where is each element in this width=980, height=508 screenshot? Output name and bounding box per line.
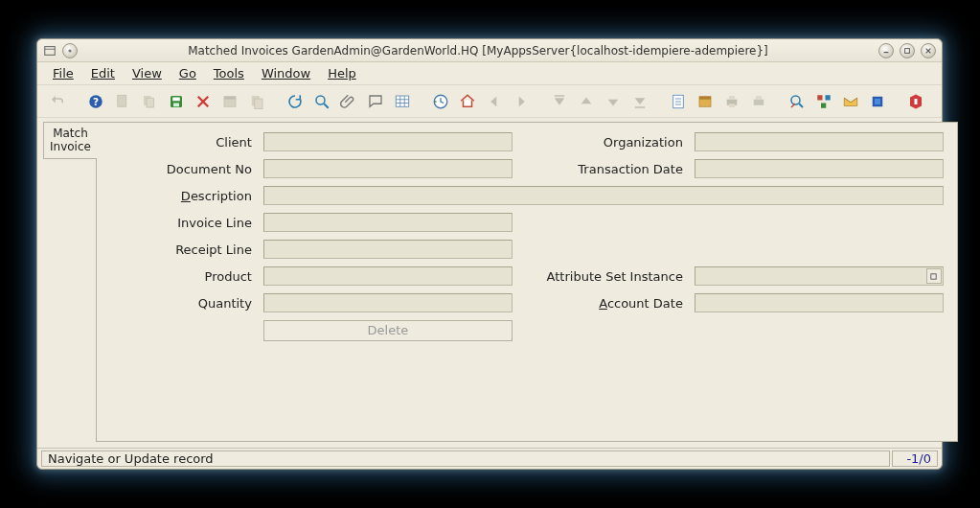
tab-match-invoice[interactable]: Match Invoice: [43, 122, 97, 159]
printer2-icon[interactable]: [748, 91, 769, 112]
receiptline-label: Receipt Line: [110, 242, 254, 257]
nav-back-icon[interactable]: [484, 91, 505, 112]
svg-rect-20: [255, 99, 262, 109]
save-icon[interactable]: [166, 91, 187, 112]
svg-rect-40: [754, 99, 764, 104]
svg-rect-41: [756, 96, 762, 100]
print-icon[interactable]: [721, 91, 742, 112]
svg-rect-4: [905, 48, 910, 53]
grid-toggle-icon[interactable]: [392, 91, 413, 112]
menu-view-label: View: [132, 66, 162, 81]
menu-help-label: Help: [328, 66, 356, 81]
maximize-button[interactable]: [900, 43, 915, 58]
menubar: File Edit View Go Tools Window Help: [37, 62, 942, 85]
accountdate-field[interactable]: [695, 293, 944, 312]
receiptline-field[interactable]: [263, 240, 513, 259]
invoiceline-field[interactable]: [263, 213, 513, 232]
report-icon[interactable]: [668, 91, 689, 112]
svg-point-2: [68, 49, 71, 52]
home-icon[interactable]: [457, 91, 478, 112]
workflow-icon[interactable]: [813, 91, 834, 112]
app-window: Matched Invoices GardenAdmin@GardenWorld…: [36, 38, 943, 470]
form-panel: Client Organization Document No Transact…: [96, 122, 958, 442]
record-counter: -1/0: [892, 450, 938, 467]
undo-icon[interactable]: [47, 91, 68, 112]
menu-help[interactable]: Help: [320, 64, 364, 82]
next-record-icon[interactable]: [603, 91, 624, 112]
svg-rect-11: [147, 98, 154, 107]
svg-rect-39: [729, 104, 735, 107]
menu-edit-label: Edit: [91, 66, 115, 81]
svg-point-21: [316, 96, 325, 104]
prev-record-icon[interactable]: [576, 91, 597, 112]
archive-icon[interactable]: [695, 91, 716, 112]
svg-rect-36: [699, 96, 711, 99]
exit-icon[interactable]: [905, 91, 926, 112]
menu-tools[interactable]: Tools: [206, 64, 252, 82]
delete-icon[interactable]: [193, 91, 214, 112]
menu-file-label: File: [53, 66, 74, 81]
delete-button[interactable]: Delete: [263, 320, 513, 341]
svg-rect-23: [396, 96, 409, 106]
titlebar: Matched Invoices GardenAdmin@GardenWorld…: [37, 39, 942, 62]
content-area: Match Invoice Client Organization Docume…: [37, 118, 942, 448]
menu-edit[interactable]: Edit: [83, 64, 123, 82]
menu-view[interactable]: View: [125, 64, 170, 82]
svg-line-22: [324, 104, 329, 108]
window-title: Matched Invoices GardenAdmin@GardenWorld…: [83, 44, 873, 58]
statusbar: Navigate or Update record -1/0: [37, 448, 942, 469]
menu-go-label: Go: [179, 66, 196, 81]
close-button[interactable]: [921, 43, 936, 58]
first-record-icon[interactable]: [549, 91, 570, 112]
copy-icon[interactable]: [139, 91, 160, 112]
svg-rect-52: [931, 273, 936, 278]
help-icon[interactable]: ?: [85, 91, 106, 112]
svg-rect-0: [45, 46, 56, 55]
description-field[interactable]: [263, 186, 944, 205]
minimize-button[interactable]: [878, 43, 894, 58]
request-icon[interactable]: [840, 91, 861, 112]
menu-tools-label: Tools: [214, 66, 244, 81]
attrsetinstance-label: Attribute Set Instance: [522, 269, 685, 284]
quantity-field[interactable]: [263, 293, 513, 312]
attrsetinstance-button-icon[interactable]: [926, 268, 942, 284]
refresh-icon[interactable]: [285, 91, 306, 112]
nav-forward-icon[interactable]: [511, 91, 532, 112]
window-sticky-button[interactable]: [62, 43, 78, 58]
find-icon[interactable]: [311, 91, 332, 112]
documentno-field[interactable]: [263, 159, 513, 178]
tab-label: Match Invoice: [50, 127, 91, 153]
product-field[interactable]: [263, 266, 513, 286]
documentno-label: Document No: [110, 162, 254, 176]
history-icon[interactable]: [430, 91, 451, 112]
svg-rect-47: [821, 103, 826, 107]
svg-rect-46: [826, 95, 831, 100]
new-icon[interactable]: [112, 91, 133, 112]
menu-file[interactable]: File: [45, 64, 81, 82]
window-menu-icon[interactable]: [43, 44, 57, 58]
menu-go[interactable]: Go: [171, 64, 204, 82]
svg-rect-9: [118, 95, 126, 106]
status-message: Navigate or Update record: [41, 450, 890, 467]
product-label: Product: [110, 269, 254, 284]
description-label: Description: [110, 189, 254, 203]
transactiondate-label: Transaction Date: [522, 162, 685, 176]
product-info-icon[interactable]: [867, 91, 888, 112]
requery-icon[interactable]: [219, 91, 240, 112]
transactiondate-field[interactable]: [695, 159, 944, 178]
invoiceline-label: Invoice Line: [110, 216, 254, 230]
zoom-across-icon[interactable]: [786, 91, 808, 112]
organization-field[interactable]: [695, 132, 944, 151]
client-field[interactable]: [263, 132, 513, 151]
attachment-icon[interactable]: [338, 91, 359, 112]
tab-column: Match Invoice: [43, 122, 97, 442]
chat-icon[interactable]: [365, 91, 386, 112]
quantity-label: Quantity: [110, 296, 254, 311]
menu-window[interactable]: Window: [254, 64, 318, 82]
svg-line-43: [799, 104, 803, 107]
attrsetinstance-field[interactable]: [695, 266, 944, 286]
accountdate-label: Account Date: [522, 296, 685, 311]
svg-rect-13: [172, 97, 180, 101]
last-record-icon[interactable]: [629, 91, 650, 112]
print-preview-icon[interactable]: [246, 91, 267, 112]
